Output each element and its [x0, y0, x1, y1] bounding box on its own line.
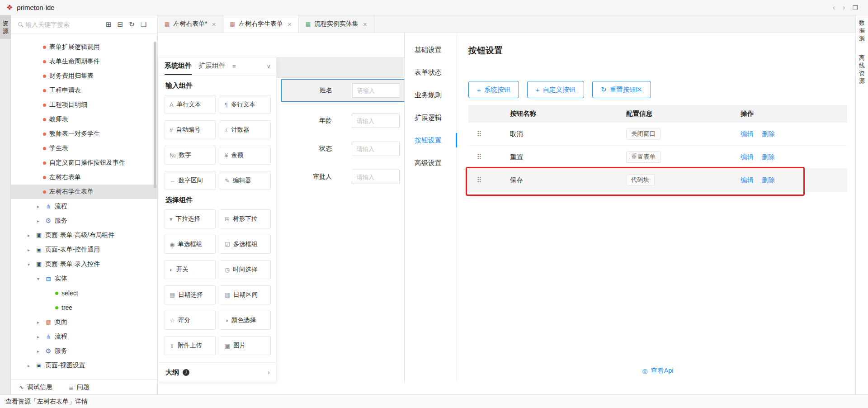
nav-forward-icon[interactable]: ›	[843, 3, 845, 12]
tree-item[interactable]: ▾ 实体	[11, 271, 157, 286]
view-api-link[interactable]: ◎ 查看Api	[468, 366, 847, 375]
drag-handle-icon[interactable]: ⠿	[468, 153, 510, 161]
tree-item[interactable]: 财务费用归集表	[11, 69, 157, 83]
resources-rail-tab[interactable]: 资源	[0, 15, 11, 39]
action-button[interactable]: + 自定义按钮	[527, 81, 584, 98]
field-input[interactable]	[352, 170, 400, 184]
close-tab-icon[interactable]: ×	[212, 20, 216, 28]
folder-icon[interactable]: ⊟	[118, 20, 123, 28]
component-item[interactable]: ▥ 日期区间	[220, 285, 271, 304]
tree-item[interactable]: ▸ 流程	[11, 199, 157, 213]
expand-arrow-icon[interactable]: ▸	[37, 320, 42, 325]
tree-item[interactable]: 工程申请表	[11, 83, 157, 98]
outline-bar[interactable]: 大纲 i ›	[159, 362, 276, 382]
component-item[interactable]: ☑ 多选框组	[220, 235, 271, 254]
component-item[interactable]: ✎ 编辑器	[220, 171, 271, 190]
close-tab-icon[interactable]: ×	[363, 20, 367, 28]
close-tab-icon[interactable]: ×	[288, 20, 292, 28]
delete-link[interactable]: 删除	[762, 176, 775, 185]
save-layout-icon[interactable]: ❐	[852, 4, 858, 11]
component-item[interactable]: ¥ 金额	[220, 146, 271, 165]
component-item[interactable]: ▦ 日期选择	[165, 285, 216, 304]
tree-item[interactable]: 工程项目明细	[11, 98, 157, 112]
form-field-row[interactable]: 年龄	[277, 112, 404, 130]
document-tab[interactable]: ▤ 流程实例实体集 ×	[299, 15, 374, 33]
component-item[interactable]: ⊞ 树形下拉	[220, 209, 271, 228]
nav-back-icon[interactable]: ‹	[833, 3, 835, 12]
field-input[interactable]	[352, 83, 400, 98]
component-item[interactable]: ¶ 多行文本	[220, 95, 271, 114]
tree-item[interactable]: 左树右学生表单	[11, 185, 157, 199]
component-item[interactable]: ⇧ 附件上传	[165, 336, 216, 355]
component-item[interactable]: ▣ 图片	[220, 336, 271, 355]
settings-nav-item[interactable]: 基础设置	[405, 38, 457, 61]
tree-item[interactable]: ▸ 流程	[11, 329, 157, 344]
refresh-icon[interactable]: ↻	[129, 20, 135, 28]
drag-handle-icon[interactable]: ⠿	[468, 176, 510, 185]
component-item[interactable]: ◷ 时间选择	[220, 260, 271, 279]
cascade-icon[interactable]: ❏	[141, 20, 146, 28]
tree-item[interactable]: ▸ 页面-表单-控件通用	[11, 242, 157, 257]
delete-link[interactable]: 删除	[762, 153, 775, 161]
component-item[interactable]: A 单行文本	[165, 95, 216, 114]
edit-link[interactable]: 编辑	[741, 176, 754, 185]
form-field-row[interactable]: 状态	[277, 140, 404, 158]
component-item[interactable]: ⇔ 数字区间	[165, 171, 216, 190]
search-input[interactable]	[25, 21, 93, 28]
expand-arrow-icon[interactable]: ▸	[28, 363, 33, 368]
action-button[interactable]: + 系统按钮	[468, 81, 519, 98]
field-input[interactable]	[352, 142, 400, 156]
component-item[interactable]: ◑ 颜色选择	[220, 311, 271, 330]
tree-item[interactable]: ▸ 页面-视图设置	[11, 358, 157, 373]
delete-link[interactable]: 删除	[762, 130, 775, 138]
palette-collapse-icon[interactable]: ∨	[266, 63, 271, 70]
tree-item[interactable]: 表单生命周期事件	[11, 54, 157, 69]
settings-nav-item[interactable]: 扩展逻辑	[405, 106, 457, 129]
tree-item[interactable]: 教师表一对多学生	[11, 127, 157, 141]
expand-arrow-icon[interactable]: ▸	[28, 247, 33, 252]
tab-extension-components[interactable]: 扩展组件	[198, 57, 226, 75]
component-item[interactable]: # 自动编号	[165, 120, 216, 139]
expand-arrow-icon[interactable]: ▸	[28, 233, 33, 238]
settings-nav-item[interactable]: 表单状态	[405, 61, 457, 84]
tree-item[interactable]: 学生表	[11, 141, 157, 156]
document-tab[interactable]: ▤ 左树右表单* ×	[158, 15, 223, 33]
tree-item[interactable]: 左树右表单	[11, 170, 157, 185]
tree-item[interactable]: 教师表	[11, 112, 157, 127]
edit-link[interactable]: 编辑	[741, 130, 754, 138]
tree-item[interactable]: tree	[11, 300, 157, 315]
drag-handle-icon[interactable]: ⠿	[468, 130, 510, 138]
document-tab[interactable]: ▤ 左树右学生表单 ×	[223, 15, 299, 33]
tree-item[interactable]: ▸ 服务	[11, 344, 157, 358]
datasource-rail-tab[interactable]: 数据源	[856, 19, 868, 42]
expand-arrow-icon[interactable]: ▸	[37, 334, 42, 339]
component-item[interactable]: № 数字	[165, 146, 216, 165]
component-item[interactable]: ± 计数器	[220, 120, 271, 139]
tree-scrollbar[interactable]	[154, 42, 156, 188]
problems-tab[interactable]: ≣ 问题	[69, 383, 90, 391]
tree-item[interactable]: 表单扩展逻辑调用	[11, 40, 157, 54]
component-item[interactable]: ☆ 评分	[165, 311, 216, 330]
debug-info-tab[interactable]: ∿ 调试信息	[19, 383, 52, 391]
tree-item[interactable]: select	[11, 286, 157, 300]
tab-system-components[interactable]: 系统组件	[165, 57, 192, 75]
settings-nav-item[interactable]: 按钮设置	[405, 129, 457, 152]
search-box[interactable]	[15, 18, 100, 31]
expand-arrow-icon[interactable]: ▾	[28, 262, 33, 267]
form-field-row[interactable]: 姓名	[281, 79, 404, 102]
component-item[interactable]: ▾ 下拉选择	[165, 209, 216, 228]
expand-arrow-icon[interactable]: ▸	[37, 349, 42, 354]
field-input[interactable]	[352, 114, 400, 128]
edit-link[interactable]: 编辑	[741, 153, 754, 161]
tree-item[interactable]: ▾ 页面-表单-录入控件	[11, 257, 157, 271]
settings-nav-item[interactable]: 高级设置	[405, 152, 457, 174]
action-button[interactable]: ↻ 重置按钮区	[592, 81, 651, 98]
expand-arrow-icon[interactable]: ▾	[37, 276, 42, 281]
tree-item[interactable]: ▸ 服务	[11, 213, 157, 228]
component-item[interactable]: ◐ 开关	[165, 260, 216, 279]
tree-item[interactable]: 自定义窗口操作按钮及事件	[11, 156, 157, 170]
form-field-row[interactable]: 审批人	[277, 168, 404, 186]
palette-menu-icon[interactable]: ≡	[232, 63, 236, 70]
tree-item[interactable]: ▸ 页面-表单-高级/布局组件	[11, 228, 157, 242]
offline-resources-rail-tab[interactable]: 离线资源	[856, 54, 868, 85]
